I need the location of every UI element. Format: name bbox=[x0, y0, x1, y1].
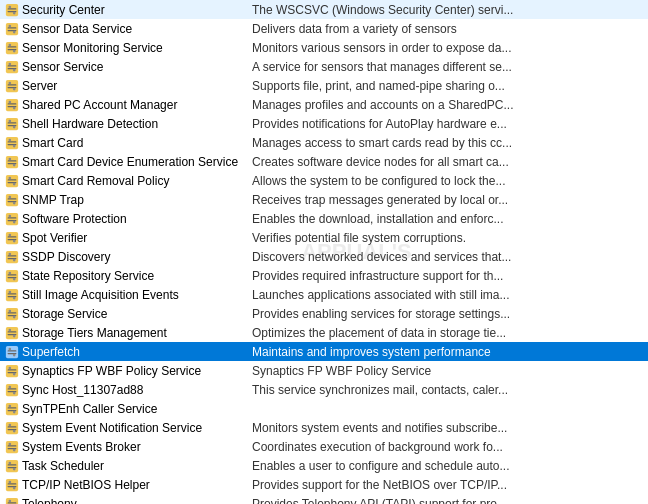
service-name: SNMP Trap bbox=[22, 193, 252, 207]
svg-point-59 bbox=[13, 220, 16, 223]
service-description: Provides Telephony API (TAPI) support fo… bbox=[252, 497, 646, 505]
service-description: The WSCSVC (Windows Security Center) ser… bbox=[252, 3, 646, 17]
table-row[interactable]: SNMP TrapReceives trap messages generate… bbox=[0, 190, 648, 209]
svg-point-129 bbox=[13, 486, 16, 489]
svg-rect-46 bbox=[8, 179, 17, 180]
svg-rect-17 bbox=[8, 67, 17, 68]
svg-rect-32 bbox=[8, 124, 17, 125]
svg-point-3 bbox=[9, 5, 12, 8]
svg-point-58 bbox=[9, 214, 12, 217]
table-row[interactable]: SynTPEnh Caller Service bbox=[0, 399, 648, 418]
service-description: Monitors various sensors in order to exp… bbox=[252, 41, 646, 55]
table-row[interactable]: Smart Card Device Enumeration ServiceCre… bbox=[0, 152, 648, 171]
table-row[interactable]: ServerSupports file, print, and named-pi… bbox=[0, 76, 648, 95]
table-row[interactable]: Security CenterThe WSCSVC (Windows Secur… bbox=[0, 0, 648, 19]
table-row[interactable]: SuperfetchMaintains and improves system … bbox=[0, 342, 648, 361]
table-row[interactable]: Shared PC Account ManagerManages profile… bbox=[0, 95, 648, 114]
service-icon bbox=[2, 421, 22, 435]
table-row[interactable]: Software ProtectionEnables the download,… bbox=[0, 209, 648, 228]
svg-rect-51 bbox=[8, 198, 17, 199]
service-name: Still Image Acquisition Events bbox=[22, 288, 252, 302]
svg-rect-127 bbox=[8, 485, 17, 486]
svg-rect-105 bbox=[6, 402, 18, 414]
service-name: Software Protection bbox=[22, 212, 252, 226]
svg-rect-116 bbox=[8, 445, 17, 446]
svg-rect-95 bbox=[6, 364, 18, 376]
svg-point-19 bbox=[13, 68, 16, 71]
service-icon bbox=[2, 440, 22, 454]
service-icon bbox=[2, 402, 22, 416]
svg-point-118 bbox=[9, 442, 12, 445]
table-row[interactable]: Still Image Acquisition EventsLaunches a… bbox=[0, 285, 648, 304]
svg-rect-97 bbox=[8, 371, 17, 372]
table-row[interactable]: TCP/IP NetBIOS HelperProvides support fo… bbox=[0, 475, 648, 494]
svg-rect-5 bbox=[6, 22, 18, 34]
svg-rect-96 bbox=[8, 369, 17, 370]
table-row[interactable]: System Event Notification ServiceMonitor… bbox=[0, 418, 648, 437]
service-icon bbox=[2, 326, 22, 340]
svg-point-104 bbox=[13, 391, 16, 394]
table-row[interactable]: Sync Host_11307ad88This service synchron… bbox=[0, 380, 648, 399]
table-row[interactable]: Storage ServiceProvides enabling service… bbox=[0, 304, 648, 323]
table-row[interactable]: Storage Tiers ManagementOptimizes the pl… bbox=[0, 323, 648, 342]
svg-point-128 bbox=[9, 480, 12, 483]
service-name: Smart Card Device Enumeration Service bbox=[22, 155, 252, 169]
svg-rect-86 bbox=[8, 331, 17, 332]
table-row[interactable]: Smart CardManages access to smart cards … bbox=[0, 133, 648, 152]
svg-rect-112 bbox=[8, 428, 17, 429]
service-description: Maintains and improves system performanc… bbox=[252, 345, 646, 359]
service-icon bbox=[2, 231, 22, 245]
svg-point-64 bbox=[13, 239, 16, 242]
svg-point-33 bbox=[9, 119, 12, 122]
svg-rect-81 bbox=[8, 312, 17, 313]
svg-rect-42 bbox=[8, 162, 17, 163]
svg-rect-16 bbox=[8, 65, 17, 66]
svg-rect-120 bbox=[6, 459, 18, 471]
svg-rect-1 bbox=[8, 8, 17, 9]
table-row[interactable]: Sensor ServiceA service for sensors that… bbox=[0, 57, 648, 76]
table-row[interactable]: SSDP DiscoveryDiscovers networked device… bbox=[0, 247, 648, 266]
svg-rect-41 bbox=[8, 160, 17, 161]
table-row[interactable]: Shell Hardware DetectionProvides notific… bbox=[0, 114, 648, 133]
svg-point-119 bbox=[13, 448, 16, 451]
service-description: Launches applications associated with st… bbox=[252, 288, 646, 302]
svg-rect-61 bbox=[8, 236, 17, 237]
svg-rect-25 bbox=[6, 98, 18, 110]
svg-rect-31 bbox=[8, 122, 17, 123]
service-description: Provides required infrastructure support… bbox=[252, 269, 646, 283]
svg-rect-85 bbox=[6, 326, 18, 338]
table-row[interactable]: State Repository ServiceProvides require… bbox=[0, 266, 648, 285]
table-row[interactable]: Task SchedulerEnables a user to configur… bbox=[0, 456, 648, 475]
svg-rect-15 bbox=[6, 60, 18, 72]
svg-point-39 bbox=[13, 144, 16, 147]
svg-rect-66 bbox=[8, 255, 17, 256]
svg-rect-27 bbox=[8, 105, 17, 106]
service-name: State Repository Service bbox=[22, 269, 252, 283]
svg-rect-125 bbox=[6, 478, 18, 490]
service-name: Superfetch bbox=[22, 345, 252, 359]
svg-point-93 bbox=[9, 347, 12, 350]
table-row[interactable]: Sensor Monitoring ServiceMonitors variou… bbox=[0, 38, 648, 57]
svg-point-114 bbox=[13, 429, 16, 432]
svg-point-124 bbox=[13, 467, 16, 470]
svg-rect-72 bbox=[8, 276, 17, 277]
svg-point-23 bbox=[9, 81, 12, 84]
service-name: Sensor Data Service bbox=[22, 22, 252, 36]
service-icon bbox=[2, 41, 22, 55]
service-icon bbox=[2, 174, 22, 188]
svg-point-34 bbox=[13, 125, 16, 128]
svg-rect-45 bbox=[6, 174, 18, 186]
svg-point-74 bbox=[13, 277, 16, 280]
service-name: Security Center bbox=[22, 3, 252, 17]
svg-point-109 bbox=[13, 410, 16, 413]
svg-rect-22 bbox=[8, 86, 17, 87]
table-row[interactable]: Sensor Data ServiceDelivers data from a … bbox=[0, 19, 648, 38]
table-row[interactable]: TelephonyProvides Telephony API (TAPI) s… bbox=[0, 494, 648, 504]
table-row[interactable]: Synaptics FP WBF Policy ServiceSynaptics… bbox=[0, 361, 648, 380]
svg-point-8 bbox=[9, 24, 12, 27]
table-row[interactable]: Spot VerifierVerifies potential file sys… bbox=[0, 228, 648, 247]
svg-point-18 bbox=[9, 62, 12, 65]
table-row[interactable]: System Events BrokerCoordinates executio… bbox=[0, 437, 648, 456]
table-row[interactable]: Smart Card Removal PolicyAllows the syst… bbox=[0, 171, 648, 190]
service-description: Manages access to smart cards read by th… bbox=[252, 136, 646, 150]
